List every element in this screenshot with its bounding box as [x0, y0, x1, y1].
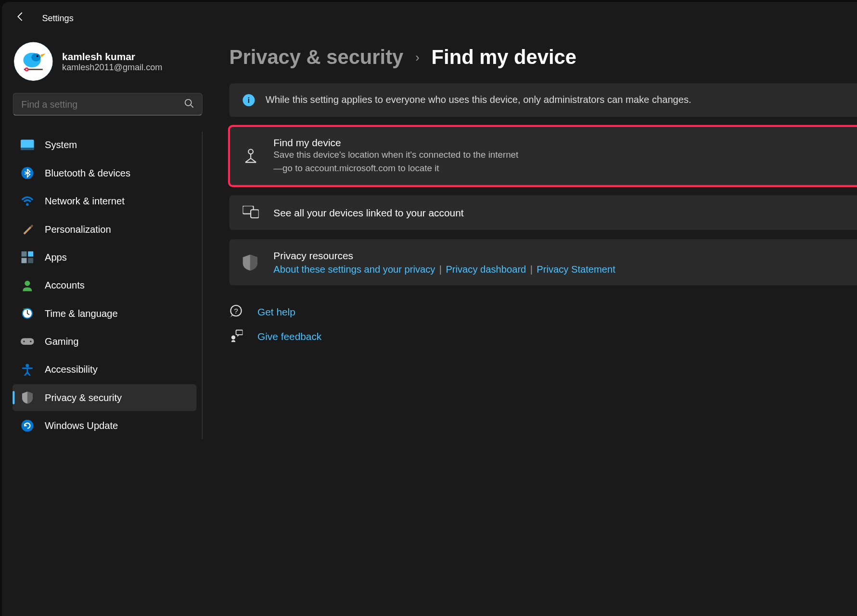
- sidebar-item-label: Gaming: [45, 336, 79, 347]
- info-icon: i: [243, 94, 255, 106]
- svg-point-11: [26, 203, 29, 206]
- svg-rect-12: [21, 251, 26, 256]
- bluetooth-icon: [21, 166, 34, 180]
- get-help-link[interactable]: ? Get help: [230, 304, 857, 320]
- feedback-link-label: Give feedback: [257, 331, 321, 342]
- card-title: See all your devices linked to your acco…: [273, 207, 857, 218]
- sidebar-item-label: Windows Update: [45, 420, 118, 431]
- apps-icon: [21, 251, 34, 264]
- svg-text:?: ?: [234, 307, 238, 315]
- location-icon: [243, 147, 258, 164]
- svg-rect-8: [21, 139, 34, 149]
- sidebar: kamlesh kumar kamlesh2011@gmail.com Syst…: [2, 34, 209, 616]
- svg-point-22: [26, 364, 29, 367]
- sidebar-item-system[interactable]: System: [13, 132, 196, 159]
- sidebar-item-time[interactable]: Time & language: [13, 300, 196, 327]
- sidebar-item-gaming[interactable]: Gaming: [13, 328, 196, 355]
- nav: System Bluetooth & devices Network & int…: [13, 132, 203, 439]
- sidebar-item-update[interactable]: Windows Update: [13, 412, 196, 439]
- sidebar-item-label: Network & internet: [45, 196, 125, 206]
- svg-rect-15: [28, 258, 33, 263]
- linked-devices-card[interactable]: See all your devices linked to your acco…: [230, 195, 857, 230]
- profile-name: kamlesh kumar: [62, 50, 162, 62]
- give-feedback-link[interactable]: Give feedback: [230, 329, 857, 344]
- accessibility-icon: [21, 363, 34, 377]
- svg-point-30: [231, 336, 235, 339]
- card-title: Privacy resources: [273, 250, 857, 262]
- search-input[interactable]: [21, 99, 184, 110]
- card-title: Find my device: [273, 137, 857, 148]
- privacy-resources-card: Privacy resources About these settings a…: [230, 239, 857, 286]
- sidebar-item-label: Apps: [45, 252, 67, 263]
- sidebar-item-accounts[interactable]: Accounts: [13, 272, 196, 299]
- shield-icon: [243, 254, 258, 270]
- brush-icon: [21, 223, 34, 236]
- wifi-icon: [21, 194, 34, 208]
- breadcrumb-current: Find my device: [432, 46, 576, 69]
- profile[interactable]: kamlesh kumar kamlesh2011@gmail.com: [13, 41, 203, 93]
- sidebar-item-label: Privacy & security: [45, 392, 122, 403]
- svg-point-16: [25, 281, 30, 286]
- main-content: Privacy & security › Find my device i Wh…: [209, 34, 857, 616]
- svg-point-20: [23, 340, 25, 342]
- chevron-right-icon: ›: [415, 50, 419, 64]
- sidebar-item-label: Time & language: [45, 308, 118, 319]
- sidebar-item-label: System: [45, 139, 77, 150]
- svg-rect-14: [21, 258, 26, 263]
- info-banner: i While this setting applies to everyone…: [230, 84, 857, 117]
- card-description: Save this device's location when it's co…: [273, 148, 521, 175]
- sidebar-item-network[interactable]: Network & internet: [13, 188, 196, 214]
- profile-email: kamlesh2011@gmail.com: [62, 62, 162, 72]
- about-settings-link[interactable]: About these settings and your privacy: [273, 264, 435, 275]
- sidebar-item-apps[interactable]: Apps: [13, 244, 196, 271]
- sidebar-item-label: Personalization: [45, 224, 111, 234]
- search-box[interactable]: [13, 93, 203, 115]
- breadcrumb: Privacy & security › Find my device: [230, 46, 857, 69]
- person-icon: [21, 278, 34, 292]
- sidebar-item-personalization[interactable]: Personalization: [13, 216, 196, 243]
- feedback-icon: [230, 329, 244, 344]
- app-title: Settings: [42, 13, 73, 23]
- svg-point-4: [37, 55, 38, 57]
- devices-icon: [243, 206, 258, 219]
- svg-point-21: [30, 340, 32, 342]
- search-icon: [184, 98, 194, 110]
- back-button[interactable]: [15, 11, 42, 25]
- svg-point-6: [26, 69, 27, 70]
- gamepad-icon: [21, 335, 34, 348]
- help-icon: ?: [230, 304, 244, 320]
- sidebar-item-label: Accounts: [45, 280, 85, 290]
- svg-point-24: [248, 149, 253, 154]
- svg-rect-13: [28, 251, 33, 256]
- svg-rect-19: [21, 338, 34, 345]
- sidebar-item-label: Bluetooth & devices: [45, 168, 130, 178]
- titlebar: Settings: [2, 2, 857, 34]
- update-icon: [21, 419, 34, 432]
- avatar: [14, 42, 53, 81]
- privacy-statement-link[interactable]: Privacy Statement: [537, 264, 615, 275]
- find-my-device-card: Find my device Save this device's locati…: [230, 126, 857, 186]
- svg-rect-9: [21, 148, 34, 151]
- breadcrumb-parent[interactable]: Privacy & security: [230, 46, 404, 69]
- sidebar-item-label: Accessibility: [45, 364, 98, 375]
- svg-point-3: [31, 53, 40, 62]
- privacy-dashboard-link[interactable]: Privacy dashboard: [446, 264, 526, 275]
- sidebar-item-bluetooth[interactable]: Bluetooth & devices: [13, 160, 196, 187]
- svg-rect-31: [236, 330, 243, 335]
- shield-icon: [21, 391, 34, 404]
- svg-point-23: [21, 420, 33, 432]
- svg-point-7: [185, 99, 192, 105]
- svg-rect-26: [251, 210, 259, 218]
- clock-icon: [21, 307, 34, 320]
- info-text: While this setting applies to everyone w…: [266, 93, 691, 107]
- help-link-label: Get help: [257, 306, 295, 318]
- sidebar-item-accessibility[interactable]: Accessibility: [13, 356, 196, 383]
- sidebar-item-privacy[interactable]: Privacy & security: [13, 384, 196, 411]
- system-icon: [21, 138, 34, 152]
